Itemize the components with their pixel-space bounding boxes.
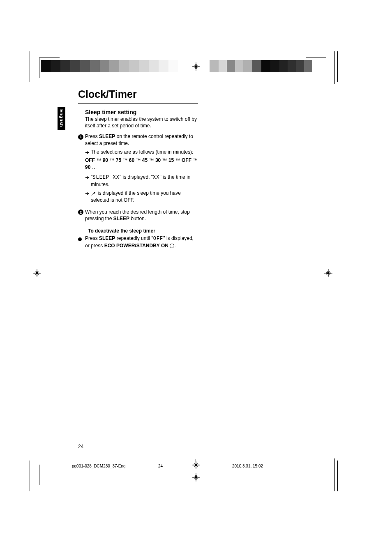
page-title: Clock/Timer: [78, 88, 198, 104]
deactivate-heading: To deactivate the sleep timer: [88, 228, 316, 234]
step1-text: Press SLEEP on the remote control repeat…: [85, 134, 193, 146]
power-icon: [170, 244, 174, 248]
step-1: 1 Press SLEEP on the remote control repe…: [78, 133, 198, 203]
color-calibration-bar: [210, 60, 312, 72]
page-number: 24: [78, 444, 83, 449]
deactivate-bullet: Press SLEEP repeatedly until "OFF" is di…: [78, 235, 198, 249]
arrow-icon: ➜: [85, 190, 91, 204]
footer-page: 24: [158, 464, 232, 468]
footer-datetime: 2010.3.31, 15:02: [232, 464, 263, 468]
language-tab: English: [58, 107, 65, 130]
arrow-icon: ➜: [85, 174, 91, 188]
footer-filename: pg001-028_DCM230_37-Eng: [72, 464, 158, 468]
step-number-icon: 1: [78, 134, 83, 140]
step1-sub2: "SLEEP XX" is displayed. "XX" is the tim…: [91, 174, 198, 188]
step-number-icon: 2: [78, 210, 83, 215]
arrow-icon: ➜: [85, 149, 91, 156]
print-footer: pg001-028_DCM230_37-Eng 24 2010.3.31, 15…: [72, 464, 318, 468]
bullet-icon: [78, 237, 82, 241]
registration-mark-icon: [33, 269, 41, 277]
crop-mark: [39, 465, 60, 485]
registration-mark-icon: [324, 269, 332, 277]
step1-sub1: The selections are as follows (time in m…: [91, 149, 198, 156]
section-intro: The sleep timer enables the system to sw…: [85, 116, 198, 129]
registration-mark-icon: [192, 473, 200, 481]
deactivate-text: Press SLEEP repeatedly until "OFF" is di…: [85, 235, 198, 249]
registration-mark-icon: [192, 62, 200, 71]
section-heading: Sleep timer setting: [85, 107, 198, 115]
sleep-sequence: OFF ™ 90 ™ 75 ™ 60 ™ 45 ™ 30 ™ 15 ™ OFF …: [85, 157, 198, 171]
step1-sub3: is displayed if the sleep time you have …: [91, 190, 198, 204]
step-2: 2 When you reach the desired length of t…: [78, 209, 198, 223]
sleep-zz-icon: [91, 191, 98, 196]
step2-text: When you reach the desired length of tim…: [85, 209, 198, 223]
color-calibration-bar: [41, 60, 178, 72]
